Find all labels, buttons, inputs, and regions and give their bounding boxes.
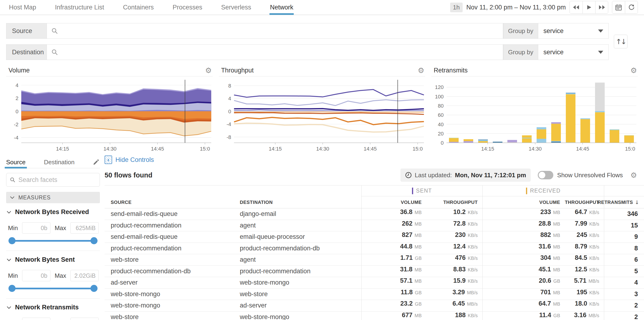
cell-sent-volume-value: 36.8 — [400, 208, 412, 216]
table-row[interactable]: product-recommendation-dbproduct-recomme… — [104, 266, 644, 277]
hide-controls-link[interactable]: ‹ Hide Controls — [104, 154, 154, 166]
cell-received-volume-unit: MB — [553, 290, 560, 295]
cell-source: send-email-redis-queue — [104, 231, 234, 243]
slider-handle-max[interactable] — [90, 237, 98, 244]
table-row[interactable]: send-email-redis-queueemail-queue-proces… — [104, 231, 644, 243]
cell-source: product-recommendation-db — [104, 266, 234, 277]
cell-destination: web-store-mongo — [234, 277, 361, 288]
search-icon — [51, 27, 58, 35]
max-input-network-bytes-received[interactable] — [70, 222, 99, 234]
measures-section-header[interactable]: MEASURES — [6, 192, 100, 203]
cell-received-throughput-unit: KB/s — [589, 290, 599, 295]
destination-search-input[interactable] — [47, 44, 503, 60]
table-row[interactable]: web-store-mongoweb-store11.8GB3.29MB/s70… — [104, 289, 644, 300]
column-header-sent-volume[interactable]: VOLUME — [361, 196, 426, 208]
min-input-network-bytes-received[interactable] — [22, 222, 50, 234]
cell-sent-throughput-unit: MB/s — [467, 290, 478, 295]
svg-text:120: 120 — [435, 84, 444, 90]
table-row[interactable]: web-storeagent1.71GB476KB/s304MB84.5KB/s… — [104, 254, 644, 266]
calendar-icon — [615, 4, 622, 11]
source-group-by-select[interactable]: service — [538, 23, 609, 39]
table-row[interactable]: web-storeweb-store-mongo677MB188KB/s11.4… — [104, 311, 644, 320]
cell-sent-volume-value: 827 — [402, 231, 412, 239]
facet-tab-source[interactable]: Source — [6, 156, 26, 168]
cell-destination: ad-server — [234, 300, 361, 311]
clock-icon — [405, 172, 412, 179]
facet-title-network-retransmits[interactable]: Network Retransmits — [6, 304, 100, 311]
received-group-header: RECEIVED — [482, 186, 604, 196]
svg-text:0: 0 — [441, 140, 444, 146]
svg-text:-4: -4 — [14, 135, 18, 141]
time-range-text[interactable]: Nov 11, 2:00 pm – Nov 11, 3:00 pm — [466, 4, 566, 11]
cell-sent-throughput-unit: KB/s — [468, 244, 478, 250]
volume-chart-gear-icon[interactable]: ⚙ — [205, 67, 212, 74]
table-body: send-email-redis-queuedjango-email36.8MB… — [104, 208, 644, 320]
tab-host-map[interactable]: Host Map — [9, 0, 36, 15]
tab-processes[interactable]: Processes — [173, 0, 202, 15]
cell-received-throughput-unit: KB/s — [589, 256, 599, 261]
table-row[interactable]: send-email-redis-queuedjango-email36.8MB… — [104, 208, 644, 220]
cell-received-throughput-value: 245 — [577, 231, 587, 239]
facet-network-bytes-sent: Network Bytes SentMinMax — [6, 251, 100, 294]
tab-containers[interactable]: Containers — [123, 0, 154, 15]
facet-search-input[interactable] — [18, 176, 96, 184]
retransmits-chart-gear-icon[interactable]: ⚙ — [630, 67, 637, 74]
tab-network[interactable]: Network — [270, 0, 293, 15]
rewind-button[interactable] — [570, 1, 582, 14]
table-row[interactable]: web-store-mongoad-server23.2GB6.45MB/s64… — [104, 300, 644, 311]
show-unresolved-toggle[interactable] — [538, 171, 553, 179]
edit-facets-button[interactable] — [93, 158, 100, 166]
sort-desc-icon: ↓ — [635, 199, 639, 205]
source-search-input[interactable] — [47, 23, 503, 39]
volume-chart[interactable]: -4-202414:1514:3014:4515:0 — [6, 78, 213, 153]
throughput-chart[interactable]: -8-404814:1514:3014:4515:0 — [219, 78, 426, 153]
chevron-down-icon — [598, 51, 603, 54]
min-input-network-retransmits[interactable] — [22, 318, 50, 320]
cell-sent-volume-value: 23.2 — [400, 300, 413, 307]
throughput-chart-gear-icon[interactable]: ⚙ — [418, 67, 424, 74]
table-settings-gear-icon[interactable]: ⚙ — [630, 172, 637, 179]
retransmits-chart[interactable]: 02040608010012014:1514:3014:4515:0 — [431, 78, 638, 153]
slider-handle-min[interactable] — [8, 237, 16, 244]
volume-chart-title: Volume — [8, 67, 30, 74]
fast-forward-button[interactable] — [595, 1, 608, 14]
tab-serverless[interactable]: Serverless — [221, 0, 251, 15]
play-button[interactable] — [582, 1, 595, 14]
column-header-sent-throughput[interactable]: THROUGHPUT — [426, 196, 482, 208]
cell-sent-throughput-unit: KB/s — [468, 267, 478, 273]
cell-sent-volume-value: 57.1 — [400, 277, 412, 284]
show-unresolved-label: Show Unresolved Flows — [557, 172, 623, 179]
slider-handle-min[interactable] — [8, 285, 16, 292]
column-header-retransmits[interactable]: RETRANSMITS ↓ — [604, 196, 644, 208]
facet-tab-destination[interactable]: Destination — [44, 156, 74, 168]
destination-group-by-select[interactable]: service — [538, 44, 609, 60]
destination-label: Destination — [6, 44, 47, 60]
cell-received-volume-unit: MB — [553, 244, 560, 250]
header-empty-left — [104, 186, 361, 196]
slider-handle-max[interactable] — [90, 285, 98, 292]
svg-text:4: 4 — [228, 96, 231, 101]
facet-title-network-bytes-sent[interactable]: Network Bytes Sent — [6, 256, 100, 263]
table-row[interactable]: product-recommendationproduct-recommenda… — [104, 243, 644, 254]
max-input-network-retransmits[interactable] — [70, 318, 99, 320]
cell-sent-throughput-value: 188 — [455, 311, 466, 319]
calendar-button[interactable] — [612, 1, 625, 14]
tab-infrastructure-list[interactable]: Infrastructure List — [55, 0, 104, 15]
cell-received-throughput: 12.5KB/s — [565, 266, 604, 277]
max-input-network-bytes-sent[interactable] — [70, 270, 99, 281]
time-range-badge[interactable]: 1h — [450, 3, 462, 12]
table-row[interactable]: product-recommendationagent262MB72.8KB/s… — [104, 220, 644, 232]
cell-received-volume: 882MB — [482, 231, 565, 243]
facet-title-network-bytes-received[interactable]: Network Bytes Received — [6, 208, 100, 216]
table-row[interactable]: ad-serverweb-store-mongo57.1MB15.9KB/s20… — [104, 277, 644, 289]
min-input-network-bytes-sent[interactable] — [22, 270, 50, 281]
refresh-button[interactable] — [625, 1, 638, 14]
cell-received-throughput-value: 195 — [577, 289, 587, 296]
max-label: Max — [55, 272, 66, 279]
column-header-received-volume[interactable]: VOLUME — [482, 196, 565, 208]
svg-text:15:0: 15:0 — [412, 146, 422, 152]
column-header-destination[interactable]: DESTINATION — [234, 196, 361, 208]
column-header-source[interactable]: SOURCE — [104, 196, 234, 208]
swap-source-destination-button[interactable]: ↑↓ — [614, 35, 628, 48]
cell-sent-throughput-unit: KB/s — [468, 233, 478, 238]
